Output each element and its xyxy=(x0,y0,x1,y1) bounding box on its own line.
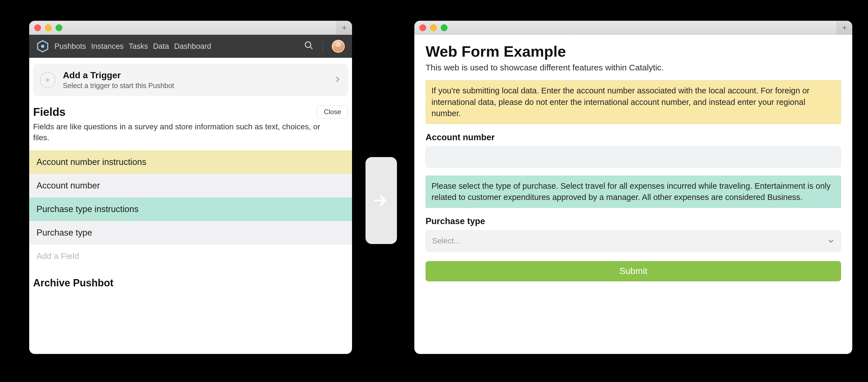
field-row[interactable]: Account number instructions xyxy=(29,150,352,174)
new-tab-button[interactable]: + xyxy=(837,21,852,34)
nav-links: Pushbots Instances Tasks Data Dashboard xyxy=(55,42,211,51)
instructions-callout-purchase: Please select the type of purchase. Sele… xyxy=(426,176,841,208)
nav-pushbots[interactable]: Pushbots xyxy=(55,42,86,51)
app-toolbar: Pushbots Instances Tasks Data Dashboard xyxy=(29,35,352,58)
maximize-window-icon[interactable] xyxy=(56,24,62,31)
svg-point-1 xyxy=(41,44,44,48)
fields-section-header: Fields Close xyxy=(29,105,352,118)
search-icon[interactable] xyxy=(304,41,314,52)
new-tab-button[interactable]: + xyxy=(336,21,352,34)
add-trigger-card[interactable]: + Add a Trigger Select a trigger to star… xyxy=(33,64,348,96)
nav-instances[interactable]: Instances xyxy=(91,42,124,51)
page-title: Web Form Example xyxy=(426,43,841,60)
page-subtitle: This web is used to showcase different f… xyxy=(426,63,841,72)
close-window-icon[interactable] xyxy=(420,24,426,31)
fields-list: Account number instructionsAccount numbe… xyxy=(29,150,352,245)
nav-tasks[interactable]: Tasks xyxy=(129,42,148,51)
window-controls xyxy=(420,24,447,31)
nav-dashboard[interactable]: Dashboard xyxy=(174,42,211,51)
fields-description: Fields are like questions in a survey an… xyxy=(29,118,327,150)
chevron-down-icon xyxy=(827,237,835,245)
builder-body: + Add a Trigger Select a trigger to star… xyxy=(29,58,352,354)
account-number-label: Account number xyxy=(426,132,841,142)
app-logo-icon[interactable] xyxy=(36,40,49,53)
minimize-window-icon[interactable] xyxy=(430,24,437,31)
purchase-type-label: Purchase type xyxy=(426,216,841,226)
submit-button[interactable]: Submit xyxy=(426,261,841,281)
form-preview-window: + Web Form Example This web is used to s… xyxy=(414,21,852,354)
trigger-subtitle: Select a trigger to start this Pushbot xyxy=(63,81,174,90)
window-controls xyxy=(34,24,62,31)
account-number-input[interactable] xyxy=(426,146,841,168)
builder-window: + Pushbots Instances Tasks Data Dashboar… xyxy=(29,21,352,354)
select-placeholder: Select... xyxy=(432,236,460,245)
toolbar-divider xyxy=(322,40,323,52)
purchase-type-select[interactable]: Select... xyxy=(426,230,841,252)
minimize-window-icon[interactable] xyxy=(45,24,52,31)
maximize-window-icon[interactable] xyxy=(441,24,447,31)
form-body: Web Form Example This web is used to sho… xyxy=(414,35,852,354)
nav-data[interactable]: Data xyxy=(153,42,169,51)
svg-line-3 xyxy=(310,46,312,49)
arrow-divider xyxy=(366,157,397,244)
arrow-right-icon xyxy=(371,190,392,211)
plus-circle-icon: + xyxy=(40,72,56,88)
instructions-callout-account: If you're submitting local data. Enter t… xyxy=(426,80,841,124)
close-button[interactable]: Close xyxy=(317,105,348,118)
trigger-title: Add a Trigger xyxy=(63,70,174,80)
svg-point-2 xyxy=(305,42,311,47)
chevron-right-icon xyxy=(334,76,341,84)
field-row[interactable]: Purchase type instructions xyxy=(29,198,352,221)
titlebar: + xyxy=(29,21,352,35)
field-row[interactable]: Account number xyxy=(29,174,352,198)
user-avatar[interactable] xyxy=(332,40,345,53)
close-window-icon[interactable] xyxy=(34,24,41,31)
archive-pushbot-heading[interactable]: Archive Pushbot xyxy=(29,268,352,289)
add-field-input[interactable]: Add a Field xyxy=(29,245,352,268)
fields-heading: Fields xyxy=(33,106,66,118)
field-row[interactable]: Purchase type xyxy=(29,221,352,245)
titlebar: + xyxy=(414,21,852,35)
